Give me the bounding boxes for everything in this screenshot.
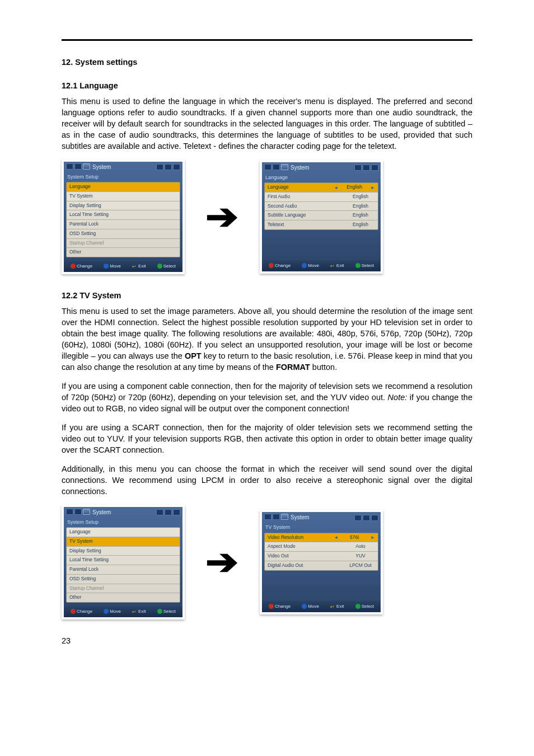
enter-icon	[355, 263, 360, 268]
menu-item-parental-lock[interactable]: Parental Lock	[67, 220, 180, 229]
menu-item-osd-setting[interactable]: OSD Setting	[67, 575, 180, 584]
tvsys-row-video-resolution[interactable]: Video Resolution ◄576i►	[265, 533, 378, 543]
osd-list: Language ◄English► First Audio English S…	[264, 182, 378, 230]
osd-breadcrumb: System Setup	[64, 172, 182, 182]
key: First Audio	[268, 194, 290, 200]
enter-icon	[157, 264, 162, 269]
lang-row-first-audio[interactable]: First Audio English	[265, 192, 378, 202]
footer-exit: Exit	[336, 262, 344, 269]
para-12-1: This menu is used to define the language…	[62, 96, 472, 152]
menu-item-tv-system[interactable]: TV System	[67, 537, 180, 547]
nav-icon	[354, 515, 362, 521]
top-rule	[62, 39, 472, 41]
value: English	[346, 212, 375, 219]
system-tab-icon	[281, 514, 288, 520]
nav-icon	[156, 509, 163, 515]
note-label: Note:	[388, 393, 407, 402]
lang-row-second-audio[interactable]: Second Audio English	[265, 202, 378, 212]
osd-spacer	[262, 571, 381, 598]
heading-12: 12. System settings	[62, 57, 472, 68]
tvsys-row-video-out[interactable]: Video Out YUV	[265, 552, 378, 561]
system-tab-icon	[83, 163, 90, 170]
enter-icon	[355, 604, 360, 609]
nav-icon	[273, 164, 280, 170]
footer-change: Change	[77, 608, 92, 614]
nav-icon	[173, 509, 180, 515]
page-number: 23	[62, 635, 472, 646]
value: YUV	[346, 553, 375, 560]
menu-item-other[interactable]: Other	[67, 593, 180, 602]
value: 576i	[340, 534, 369, 541]
nav-icon	[264, 514, 271, 520]
nav-icon	[165, 509, 172, 515]
osd-footer: Change Move ↩Exit Select	[262, 260, 381, 271]
figure-row-language: System System Setup Language TV System D…	[62, 159, 472, 274]
osd-footer: Change Move ↩Exit Select	[262, 601, 381, 612]
key: Aspect Mode	[268, 543, 296, 550]
figure-row-tvsystem: System System Setup Language TV System D…	[62, 505, 472, 619]
menu-item-language[interactable]: Language	[67, 182, 180, 192]
left-arrow-icon[interactable]: ◄	[334, 534, 338, 541]
system-tab-icon	[83, 509, 90, 515]
osd-system-setup-language: System System Setup Language TV System D…	[62, 159, 185, 274]
osd-topbar: System	[64, 507, 182, 518]
footer-select: Select	[362, 262, 374, 269]
menu-item-parental-lock[interactable]: Parental Lock	[67, 565, 180, 575]
left-arrow-icon[interactable]: ◄	[334, 185, 338, 191]
value: English	[346, 203, 375, 210]
heading-12-2: 12.2 TV System	[62, 290, 472, 301]
lang-row-teletext[interactable]: Teletext English	[265, 220, 378, 229]
left-right-icon	[269, 604, 274, 609]
para-12-2-c: If you are using a SCART connection, the…	[62, 422, 472, 456]
menu-item-language[interactable]: Language	[67, 528, 180, 537]
nav-icon	[74, 509, 82, 515]
tvsys-row-digital-audio-out[interactable]: Digital Audio Out LPCM Out	[265, 561, 378, 570]
nav-icon	[264, 164, 271, 170]
exit-icon: ↩	[132, 609, 137, 614]
osd-footer: Change Move ↩Exit Select	[64, 261, 182, 272]
key: Language	[268, 184, 289, 191]
right-arrow-icon[interactable]: ►	[371, 534, 375, 541]
menu-item-display-setting[interactable]: Display Setting	[67, 547, 180, 556]
menu-item-tv-system[interactable]: TV System	[67, 192, 180, 201]
value: LPCM Out	[346, 562, 375, 569]
lang-row-subtitle-language[interactable]: Subtitle Language English	[265, 211, 378, 220]
osd-language-submenu: System Language Language ◄English► First…	[260, 160, 383, 274]
enter-icon	[157, 609, 162, 614]
key: Teletext	[268, 222, 284, 228]
osd-topbar: System	[262, 162, 381, 173]
osd-breadcrumb: Language	[262, 173, 381, 182]
osd-top-label: System	[91, 163, 111, 171]
tvsys-row-aspect-mode[interactable]: Aspect Mode Auto	[265, 542, 378, 552]
left-right-icon	[269, 263, 274, 268]
footer-select: Select	[163, 263, 176, 269]
left-right-icon	[71, 264, 76, 269]
menu-item-local-time-setting[interactable]: Local Time Setting	[67, 556, 180, 565]
osd-top-label: System	[289, 164, 309, 172]
value: English	[346, 222, 375, 228]
arrow-right-icon: ➔	[205, 199, 238, 234]
menu-item-other[interactable]: Other	[67, 248, 180, 257]
heading-12-1: 12.1 Language	[62, 80, 472, 91]
value: English	[346, 194, 375, 200]
up-down-icon	[302, 604, 307, 609]
menu-item-local-time-setting[interactable]: Local Time Setting	[67, 210, 180, 220]
menu-item-osd-setting[interactable]: OSD Setting	[67, 229, 180, 239]
right-arrow-icon[interactable]: ►	[371, 185, 375, 191]
key: Subtitle Language	[268, 212, 306, 219]
footer-exit: Exit	[138, 608, 146, 614]
menu-item-display-setting[interactable]: Display Setting	[67, 201, 180, 211]
para-12-2-d: Additionally, in this menu you can choos…	[62, 463, 472, 497]
osd-spacer	[262, 230, 381, 257]
nav-icon	[173, 164, 180, 170]
nav-icon	[363, 515, 370, 521]
value: Auto	[346, 543, 375, 550]
footer-move: Move	[308, 603, 319, 609]
osd-list: Video Resolution ◄576i► Aspect Mode Auto…	[264, 533, 378, 571]
lang-row-language[interactable]: Language ◄English►	[265, 183, 378, 192]
footer-change: Change	[77, 263, 92, 269]
para-12-2-b: If you are using a component cable conne…	[62, 381, 472, 414]
nav-icon	[363, 165, 370, 171]
format-button-text: FORMAT	[276, 363, 310, 372]
key: Digital Audio Out	[268, 562, 303, 569]
